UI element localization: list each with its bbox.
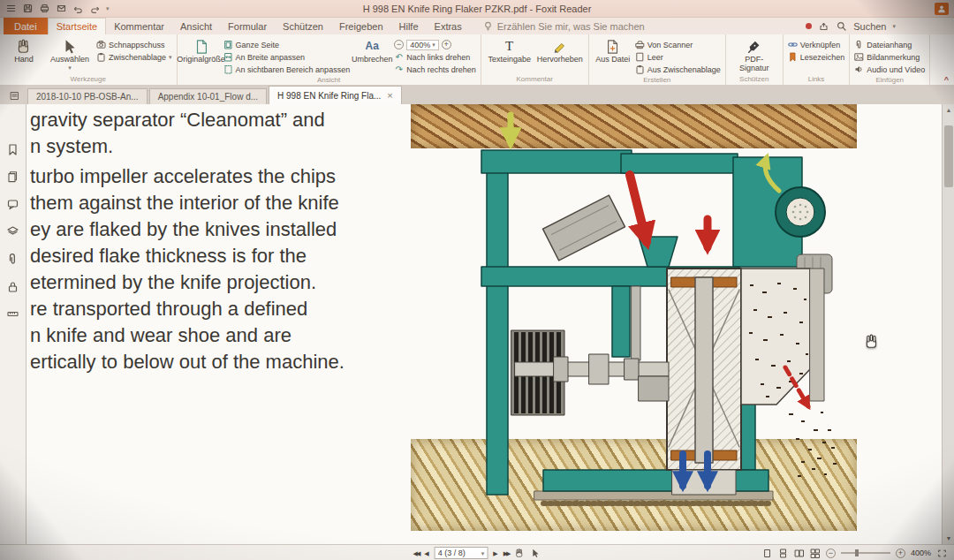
- fit-screen-icon[interactable]: [936, 548, 947, 558]
- image-annotation-label: Bildanmerkung: [867, 53, 920, 62]
- email-icon[interactable]: [56, 3, 67, 14]
- app-menu-icon[interactable]: [5, 3, 17, 14]
- file-attachment-button[interactable]: Dateianhang: [854, 39, 925, 50]
- tab-freigeben[interactable]: Freigeben: [331, 18, 391, 34]
- highlight-button[interactable]: Hervorheben: [536, 36, 584, 64]
- rotate-left-button[interactable]: ↶ Nach links drehen: [394, 51, 476, 63]
- tellme-box[interactable]: Erzählen Sie mir, was Sie machen: [482, 18, 645, 34]
- undo-icon[interactable]: [72, 3, 84, 14]
- qat-customize-caret-icon[interactable]: ▾: [106, 5, 110, 11]
- scroll-down-icon[interactable]: ▼: [943, 533, 954, 544]
- typewriter-button[interactable]: T Texteingabe: [486, 36, 534, 64]
- fit-visible-button[interactable]: An sichtbaren Bereich anpassen: [223, 64, 351, 75]
- vertical-scrollbar[interactable]: ▲ ▼: [942, 104, 954, 544]
- camera-icon: [96, 40, 106, 49]
- group-items: Verknüpfen Lesezeichen: [788, 36, 845, 74]
- clipboard-button[interactable]: Zwischenablage ▾: [96, 51, 172, 63]
- next-page-button[interactable]: ▶: [493, 550, 497, 556]
- zoom-out-icon[interactable]: −: [394, 40, 404, 49]
- link-button[interactable]: Verknüpfen: [788, 39, 845, 50]
- pages-panel-icon[interactable]: [6, 170, 19, 184]
- zoom-slider[interactable]: [841, 552, 890, 554]
- select-tool-button[interactable]: Auswählen ▾: [46, 36, 94, 71]
- scroll-up-icon[interactable]: ▲: [943, 104, 954, 116]
- comments-panel-icon[interactable]: [6, 198, 19, 211]
- blank-page-button[interactable]: Leer: [635, 51, 721, 63]
- original-size-button[interactable]: Originalgröße: [182, 36, 221, 64]
- fit-page-button[interactable]: Ganze Seite: [223, 39, 351, 50]
- zoom-out-button[interactable]: −: [826, 549, 836, 558]
- rotate-right-label: Nach rechts drehen: [406, 65, 476, 74]
- hand-icon: [14, 38, 34, 55]
- audio-video-button[interactable]: Audio und Video: [854, 64, 925, 75]
- share-icon[interactable]: [818, 20, 829, 32]
- from-clipboard-button[interactable]: Aus Zwischenablage: [635, 64, 721, 75]
- group-erstellen: Aus Datei Von Scanner Leer Aus Zwischena…: [589, 34, 726, 85]
- fit-width-button[interactable]: An Breite anpassen: [223, 51, 351, 63]
- zoom-in-icon[interactable]: +: [442, 40, 451, 49]
- facing-view-icon[interactable]: [794, 548, 805, 558]
- snapshot-button[interactable]: Schnappschuss: [96, 39, 172, 50]
- bookmarks-panel-icon[interactable]: [6, 143, 19, 156]
- single-page-view-icon[interactable]: [762, 548, 773, 558]
- prev-page-button[interactable]: ◀: [424, 550, 428, 556]
- redo-icon[interactable]: [89, 3, 101, 14]
- search-caret-icon[interactable]: ▾: [892, 23, 896, 29]
- continuous-facing-view-icon[interactable]: [810, 548, 821, 558]
- page-caret-icon[interactable]: ▾: [481, 550, 485, 556]
- group-einfuegen: Dateianhang Bildanmerkung Audio und Vide…: [850, 34, 930, 85]
- tab-extras[interactable]: Extras: [427, 18, 470, 34]
- zoom-in-button[interactable]: +: [896, 549, 905, 558]
- scrollbar-thumb[interactable]: [944, 125, 953, 187]
- close-tab-icon[interactable]: ×: [387, 90, 392, 101]
- rotate-right-button[interactable]: ↷ Nach rechts drehen: [394, 64, 476, 75]
- pdf-sign-button[interactable]: PDF-Signatur: [731, 36, 778, 73]
- measure-panel-icon[interactable]: [6, 307, 19, 321]
- print-icon[interactable]: [39, 3, 50, 14]
- last-page-button[interactable]: ▶▶: [504, 550, 510, 556]
- save-icon[interactable]: [22, 3, 34, 14]
- account-icon[interactable]: [935, 3, 949, 15]
- tab-hilfe[interactable]: Hilfe: [391, 18, 427, 34]
- tab-startseite[interactable]: Startseite: [48, 18, 106, 34]
- notification-dot-icon[interactable]: [806, 23, 812, 29]
- bookmark-label: Lesezeichen: [800, 53, 845, 62]
- highlight-label: Hervorheben: [537, 56, 583, 64]
- doc-tab-1[interactable]: 2018-10-10 PB-OSB-An...: [27, 88, 148, 104]
- clipboard-caret-icon: ▾: [169, 54, 172, 60]
- create-from-file-button[interactable]: Aus Datei: [594, 36, 632, 64]
- hand-tool-button[interactable]: Hand: [4, 36, 43, 64]
- page-actual-size-icon: [192, 38, 211, 55]
- document-text-line: n system.: [30, 133, 419, 160]
- doc-tab-2[interactable]: Appendix 10-01_Flow d...: [149, 88, 267, 104]
- zoom-level-box[interactable]: 400%▾: [406, 40, 439, 50]
- page-number-input[interactable]: [438, 549, 479, 557]
- first-page-button[interactable]: ◀◀: [413, 550, 420, 556]
- image-annotation-button[interactable]: Bildanmerkung: [854, 51, 925, 63]
- search-label[interactable]: Suchen: [853, 21, 886, 32]
- doctab-list-icon[interactable]: [9, 90, 20, 102]
- zoom-slider-knob[interactable]: [855, 549, 859, 556]
- collapse-ribbon-icon[interactable]: ^: [944, 75, 949, 84]
- continuous-view-icon[interactable]: [778, 548, 789, 558]
- tab-kommentar[interactable]: Kommentar: [106, 18, 172, 34]
- from-scanner-button[interactable]: Von Scanner: [635, 39, 721, 50]
- ribbon-toolbar: Hand Auswählen ▾ Schnappschuss Zwischena…: [0, 34, 954, 86]
- pdf-page: gravity separator “Cleanomat” and n syst…: [26, 104, 942, 544]
- tab-ansicht[interactable]: Ansicht: [172, 18, 220, 34]
- hand-tool-status-icon[interactable]: [514, 548, 525, 558]
- layers-panel-icon[interactable]: [6, 225, 19, 238]
- tab-datei[interactable]: Datei: [4, 18, 48, 34]
- bookmark-button[interactable]: Lesezeichen: [788, 51, 845, 63]
- page-number-box: ▾: [435, 547, 488, 559]
- doc-tab-active[interactable]: H 998 EN Knife Ring Fla... ×: [269, 86, 402, 104]
- search-icon[interactable]: [836, 20, 847, 32]
- attachments-panel-icon[interactable]: [6, 253, 19, 266]
- reflow-button[interactable]: Aa Umbrechen: [352, 36, 391, 64]
- fan-housing: [776, 187, 825, 237]
- select-tool-status-icon[interactable]: [530, 548, 541, 558]
- tab-schuetzen[interactable]: Schützen: [275, 18, 331, 34]
- security-panel-icon[interactable]: [6, 280, 19, 293]
- fit-page-icon: [223, 40, 233, 49]
- tab-formular[interactable]: Formular: [220, 18, 275, 34]
